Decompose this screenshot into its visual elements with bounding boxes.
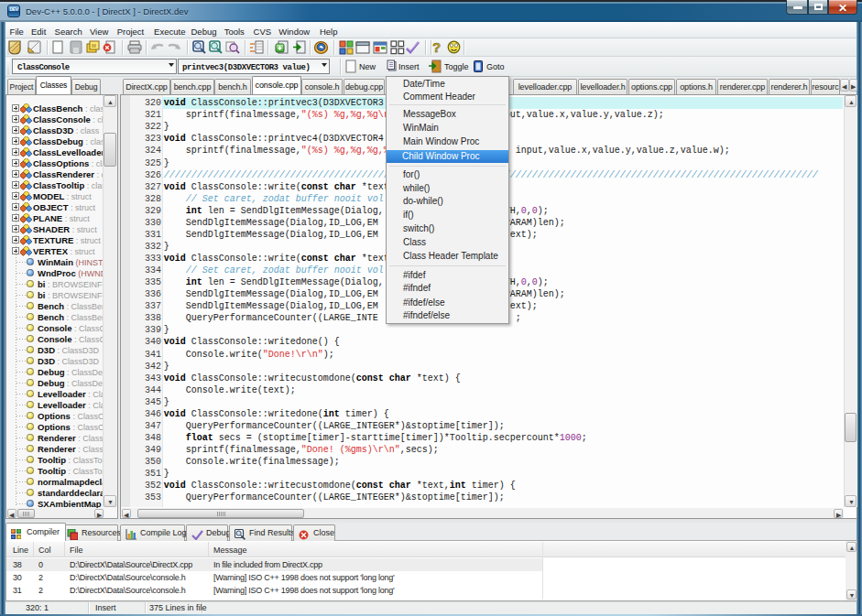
svg-text:?: ? xyxy=(432,39,441,55)
